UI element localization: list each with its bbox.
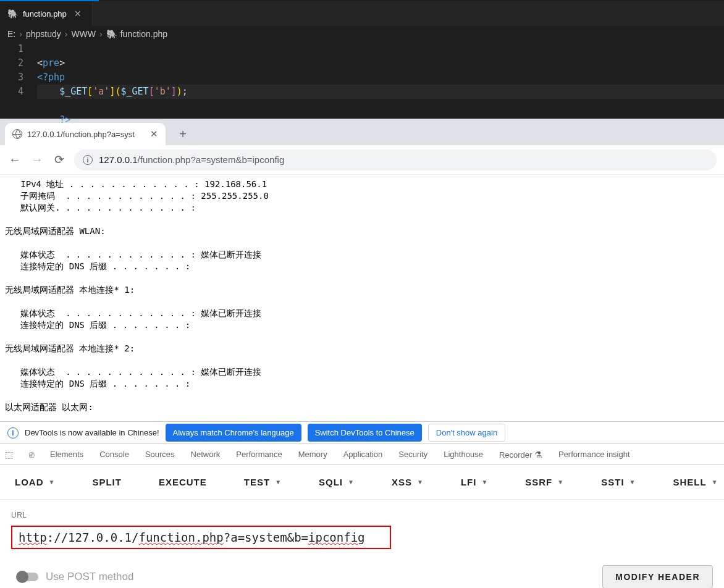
- hackbar-ssrf[interactable]: SSRF▼: [525, 477, 564, 487]
- hackbar-sqli[interactable]: SQLI▼: [319, 477, 355, 487]
- forward-button: →: [30, 153, 44, 167]
- chevron-down-icon: ▼: [629, 479, 636, 485]
- hackbar-lfi[interactable]: LFI▼: [461, 477, 488, 487]
- inspect-icon[interactable]: ⬚: [5, 450, 13, 460]
- devtools-infobar: i DevTools is now available in Chinese! …: [0, 422, 724, 444]
- chevron-down-icon: ▼: [481, 479, 488, 485]
- site-info-icon[interactable]: i: [83, 155, 93, 165]
- toggle-switch-icon[interactable]: [17, 573, 38, 581]
- flask-icon: ⚗: [534, 450, 542, 460]
- hackbar-url-section: URL http://127.0.0.1/function.php?a=syst…: [0, 500, 724, 549]
- close-icon[interactable]: ✕: [74, 9, 82, 19]
- code-editor-pane: 🐘 function.php ✕ E:› phpstudy› WWW› 🐘 fu…: [0, 0, 724, 119]
- tab-console[interactable]: Console: [99, 450, 129, 459]
- browser-toolbar: ← → ⟳ i 127.0.0.1/function.php?a=system&…: [0, 145, 724, 175]
- tab-lighthouse[interactable]: Lighthouse: [444, 450, 483, 459]
- chevron-right-icon: ›: [65, 29, 68, 39]
- breadcrumb-seg[interactable]: WWW: [71, 29, 96, 39]
- hackbar-execute[interactable]: EXECUTE: [159, 477, 207, 487]
- tab-perf-insight[interactable]: Performance insight: [558, 450, 630, 459]
- address-bar[interactable]: i 127.0.0.1/function.php?a=system&b=ipco…: [74, 149, 717, 170]
- hackbar-shell[interactable]: SHELL▼: [673, 477, 718, 487]
- code-area[interactable]: 1234 <pre> <?php $_GET['a']($_GET['b']);…: [0, 42, 724, 127]
- php-file-icon: 🐘: [7, 9, 18, 19]
- editor-tab-function-php[interactable]: 🐘 function.php ✕: [0, 1, 93, 26]
- hackbar-xss[interactable]: XSS▼: [392, 477, 424, 487]
- url-text: 127.0.0.1/function.php?a=system&b=ipconf…: [99, 154, 284, 165]
- post-toggle[interactable]: Use POST method: [17, 571, 133, 583]
- tab-recorder[interactable]: Recorder ⚗: [499, 450, 542, 460]
- hackbar-load[interactable]: LOAD▼: [15, 477, 55, 487]
- breadcrumb-seg[interactable]: phpstudy: [26, 29, 61, 39]
- editor-tabs: 🐘 function.php ✕: [0, 1, 724, 26]
- device-toggle-icon[interactable]: ⎚: [29, 450, 34, 460]
- breadcrumb-seg[interactable]: function.php: [120, 29, 167, 39]
- tab-performance[interactable]: Performance: [236, 450, 282, 459]
- chevron-right-icon: ›: [19, 29, 22, 39]
- hackbar-split[interactable]: SPLIT: [92, 477, 122, 487]
- tab-elements[interactable]: Elements: [50, 450, 83, 459]
- code-text[interactable]: <pre> <?php $_GET['a']($_GET['b']); ?>: [37, 42, 724, 127]
- tab-memory[interactable]: Memory: [298, 450, 327, 459]
- devtools-panel: i DevTools is now available in Chinese! …: [0, 421, 724, 588]
- hackbar-toolbar: LOAD▼ SPLIT EXECUTE TEST▼ SQLI▼ XSS▼ LFI…: [0, 465, 724, 500]
- chevron-down-icon: ▼: [275, 479, 282, 485]
- close-icon[interactable]: ✕: [150, 128, 158, 140]
- always-match-button[interactable]: Always match Chrome's language: [166, 424, 301, 442]
- page-output: IPv4 地址 . . . . . . . . . . . . : 192.16…: [0, 175, 724, 421]
- chevron-right-icon: ›: [99, 29, 103, 39]
- reload-button[interactable]: ⟳: [52, 153, 67, 167]
- tab-network[interactable]: Network: [191, 450, 221, 459]
- post-toggle-label: Use POST method: [46, 571, 133, 583]
- devtools-tabs: ⬚ ⎚ Elements Console Sources Network Per…: [0, 444, 724, 465]
- info-icon: i: [7, 427, 19, 439]
- tab-sources[interactable]: Sources: [145, 450, 175, 459]
- new-tab-button[interactable]: +: [174, 125, 192, 143]
- url-label: URL: [11, 511, 713, 519]
- globe-icon: [12, 129, 22, 139]
- chevron-down-icon: ▼: [49, 479, 56, 485]
- breadcrumb-seg[interactable]: E:: [7, 29, 15, 39]
- chevron-down-icon: ▼: [712, 479, 718, 485]
- hackbar-test[interactable]: TEST▼: [244, 477, 282, 487]
- php-file-icon: 🐘: [106, 29, 117, 39]
- modify-header-button[interactable]: MODIFY HEADER: [602, 565, 713, 588]
- chevron-down-icon: ▼: [557, 479, 564, 485]
- chevron-down-icon: ▼: [348, 479, 355, 485]
- hackbar-bottom-row: Use POST method MODIFY HEADER: [0, 549, 724, 588]
- tab-filename: function.php: [23, 9, 67, 19]
- breadcrumb[interactable]: E:› phpstudy› WWW› 🐘 function.php: [0, 26, 724, 42]
- browser-window: 127.0.0.1/function.php?a=syst ✕ + ← → ⟳ …: [0, 119, 724, 421]
- tab-security[interactable]: Security: [398, 450, 427, 459]
- dont-show-button[interactable]: Don't show again: [428, 424, 505, 442]
- info-message: DevTools is now available in Chinese!: [25, 428, 159, 437]
- hackbar-ssti[interactable]: SSTI▼: [601, 477, 636, 487]
- switch-chinese-button[interactable]: Switch DevTools to Chinese: [308, 424, 422, 442]
- chevron-down-icon: ▼: [417, 479, 424, 485]
- browser-tab[interactable]: 127.0.0.1/function.php?a=syst ✕: [5, 123, 166, 145]
- back-button[interactable]: ←: [7, 153, 22, 167]
- hackbar-url-input[interactable]: http://127.0.0.1/function.php?a=system&b…: [11, 526, 391, 549]
- tab-application[interactable]: Application: [343, 450, 383, 459]
- browser-tab-title: 127.0.0.1/function.php?a=syst: [27, 130, 145, 139]
- line-numbers: 1234: [0, 42, 37, 127]
